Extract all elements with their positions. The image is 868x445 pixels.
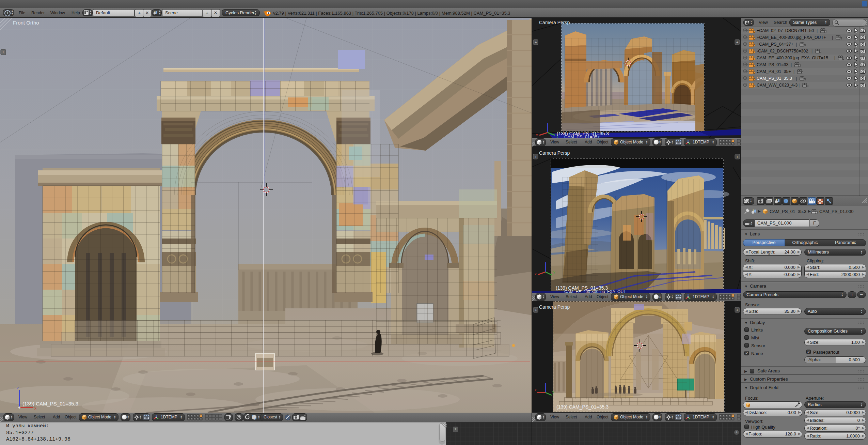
svg-text:z: z xyxy=(17,385,19,390)
svg-text:+: + xyxy=(736,40,738,44)
svg-text:+: + xyxy=(736,308,738,312)
svg-text:+: + xyxy=(535,308,537,312)
svg-text:CAM_EE_400-300.jpg_FXA_OUT: CAM_EE_400-300.jpg_FXA_OUT xyxy=(564,289,626,293)
svg-text:y: y xyxy=(556,134,558,138)
svg-text:x: x xyxy=(535,272,537,276)
svg-text:x: x xyxy=(535,388,537,392)
svg-text:+: + xyxy=(535,40,537,44)
svg-text:(139) CAM_PS_01=35.3: (139) CAM_PS_01=35.3 xyxy=(22,401,78,406)
svg-text:y: y xyxy=(553,270,555,274)
svg-text:+: + xyxy=(736,155,738,159)
svg-text:Camera Persp: Camera Persp xyxy=(539,150,570,156)
svg-text:+: + xyxy=(2,50,4,55)
svg-text:Camera Persp: Camera Persp xyxy=(539,20,570,25)
svg-text:y: y xyxy=(552,390,554,394)
svg-text:CAM_PS_01=35+: CAM_PS_01=35+ xyxy=(564,134,600,138)
svg-text:x: x xyxy=(536,133,538,137)
svg-text:Camera Persp: Camera Persp xyxy=(539,304,570,310)
svg-text:(139) CAM_PS_01=35.3: (139) CAM_PS_01=35.3 xyxy=(556,404,609,410)
svg-text:Front Ortho: Front Ortho xyxy=(13,20,39,26)
svg-text:+: + xyxy=(535,155,537,159)
svg-text:x: x xyxy=(34,406,36,411)
